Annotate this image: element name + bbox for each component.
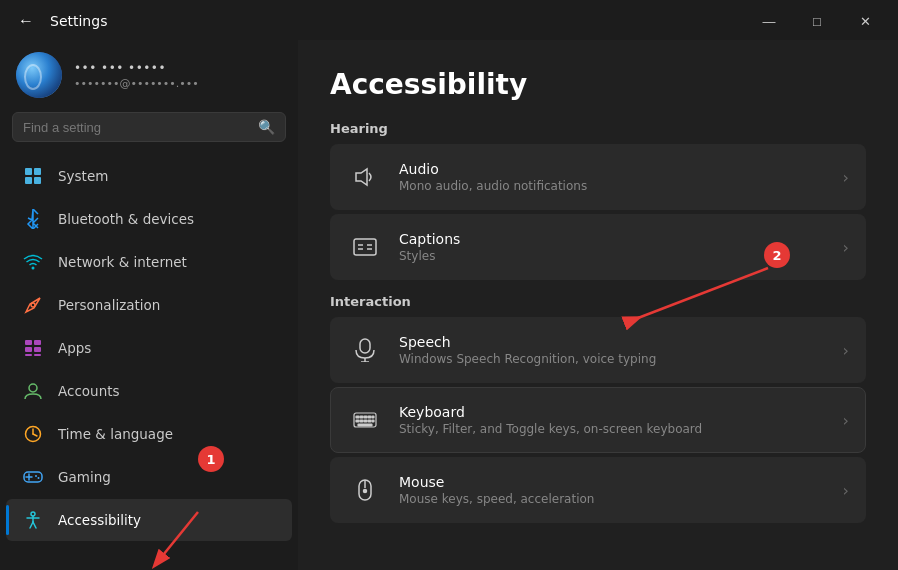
svg-line-17 <box>33 434 37 436</box>
sidebar-nav: System Bluetooth & devices <box>0 154 298 542</box>
minimize-button[interactable]: — <box>746 6 792 36</box>
settings-item-keyboard[interactable]: Keyboard Sticky, Filter, and Toggle keys… <box>330 387 866 453</box>
personalization-icon <box>22 294 44 316</box>
svg-rect-35 <box>360 339 370 353</box>
speech-icon <box>347 332 383 368</box>
svg-line-26 <box>30 522 33 528</box>
svg-rect-47 <box>368 420 371 422</box>
svg-rect-48 <box>372 420 374 422</box>
svg-point-7 <box>31 303 35 307</box>
sidebar-item-accessibility-label: Accessibility <box>58 512 141 528</box>
svg-rect-13 <box>34 354 41 356</box>
svg-point-22 <box>38 477 40 479</box>
search-icon: 🔍 <box>258 119 275 135</box>
accessibility-icon <box>22 509 44 531</box>
sidebar-item-time-label: Time & language <box>58 426 173 442</box>
svg-point-6 <box>32 267 35 270</box>
sidebar-item-gaming[interactable]: Gaming <box>6 456 292 498</box>
close-button[interactable]: ✕ <box>842 6 888 36</box>
sidebar-item-personalization-label: Personalization <box>58 297 160 313</box>
network-icon <box>22 251 44 273</box>
audio-desc: Mono audio, audio notifications <box>399 179 827 193</box>
speech-text: Speech Windows Speech Recognition, voice… <box>399 334 827 366</box>
svg-rect-39 <box>356 416 359 418</box>
sidebar-item-bluetooth[interactable]: Bluetooth & devices <box>6 198 292 240</box>
keyboard-desc: Sticky, Filter, and Toggle keys, on-scre… <box>399 422 827 436</box>
mouse-chevron: › <box>843 481 849 500</box>
svg-point-14 <box>29 384 37 392</box>
apps-icon <box>22 337 44 359</box>
titlebar-left: ← Settings <box>12 10 107 32</box>
svg-rect-9 <box>34 340 41 345</box>
mouse-icon <box>347 472 383 508</box>
sidebar-item-system[interactable]: System <box>6 155 292 197</box>
svg-rect-11 <box>34 347 41 352</box>
sidebar-item-accounts[interactable]: Accounts <box>6 370 292 412</box>
svg-rect-0 <box>25 168 32 175</box>
speech-title: Speech <box>399 334 827 350</box>
section-header-hearing: Hearing <box>330 121 866 136</box>
settings-item-audio[interactable]: Audio Mono audio, audio notifications › <box>330 144 866 210</box>
content-area: Accessibility Hearing Audio Mono audio, … <box>298 40 898 570</box>
captions-title: Captions <box>399 231 827 247</box>
keyboard-text: Keyboard Sticky, Filter, and Toggle keys… <box>399 404 827 436</box>
keyboard-icon <box>347 402 383 438</box>
accounts-icon <box>22 380 44 402</box>
audio-icon <box>347 159 383 195</box>
sidebar-item-accounts-label: Accounts <box>58 383 120 399</box>
maximize-button[interactable]: □ <box>794 6 840 36</box>
sidebar-item-gaming-label: Gaming <box>58 469 111 485</box>
gaming-icon <box>22 466 44 488</box>
settings-item-mouse[interactable]: Mouse Mouse keys, speed, acceleration › <box>330 457 866 523</box>
avatar-globe <box>16 52 62 98</box>
mouse-desc: Mouse keys, speed, acceleration <box>399 492 827 506</box>
system-icon <box>22 165 44 187</box>
titlebar: ← Settings — □ ✕ <box>0 0 898 40</box>
sidebar-item-time[interactable]: Time & language <box>6 413 292 455</box>
svg-rect-42 <box>368 416 371 418</box>
keyboard-title: Keyboard <box>399 404 827 420</box>
keyboard-chevron: › <box>843 411 849 430</box>
captions-text: Captions Styles <box>399 231 827 263</box>
sidebar-item-personalization[interactable]: Personalization <box>6 284 292 326</box>
user-section[interactable]: ••• ••• ••••• •••••••@•••••••.••• <box>0 40 298 112</box>
audio-chevron: › <box>843 168 849 187</box>
sidebar-item-bluetooth-label: Bluetooth & devices <box>58 211 194 227</box>
sidebar-item-accessibility[interactable]: Accessibility <box>6 499 292 541</box>
svg-rect-30 <box>354 239 376 255</box>
page-title: Accessibility <box>330 68 866 101</box>
settings-item-speech[interactable]: Speech Windows Speech Recognition, voice… <box>330 317 866 383</box>
speech-desc: Windows Speech Recognition, voice typing <box>399 352 827 366</box>
sidebar-item-system-label: System <box>58 168 108 184</box>
svg-rect-40 <box>360 416 363 418</box>
captions-desc: Styles <box>399 249 827 263</box>
svg-rect-46 <box>364 420 367 422</box>
bluetooth-icon <box>22 208 44 230</box>
section-header-interaction: Interaction <box>330 294 866 309</box>
speech-chevron: › <box>843 341 849 360</box>
sidebar: ••• ••• ••••• •••••••@•••••••.••• 🔍 <box>0 40 298 552</box>
svg-rect-10 <box>25 347 32 352</box>
sidebar-item-apps[interactable]: Apps <box>6 327 292 369</box>
captions-icon <box>347 229 383 265</box>
svg-rect-41 <box>364 416 367 418</box>
search-box[interactable]: 🔍 <box>12 112 286 142</box>
back-button[interactable]: ← <box>12 10 40 32</box>
mouse-title: Mouse <box>399 474 827 490</box>
sidebar-item-network[interactable]: Network & internet <box>6 241 292 283</box>
svg-rect-2 <box>25 177 32 184</box>
sidebar-wrapper: ••• ••• ••••• •••••••@•••••••.••• 🔍 <box>0 40 298 570</box>
audio-title: Audio <box>399 161 827 177</box>
window-controls: — □ ✕ <box>746 6 888 36</box>
svg-rect-44 <box>356 420 359 422</box>
svg-point-21 <box>35 475 37 477</box>
search-input[interactable] <box>23 120 250 135</box>
sidebar-item-network-label: Network & internet <box>58 254 187 270</box>
user-email: •••••••@•••••••.••• <box>74 77 199 90</box>
main-layout: ••• ••• ••••• •••••••@•••••••.••• 🔍 <box>0 40 898 570</box>
avatar <box>16 52 62 98</box>
svg-rect-12 <box>25 354 32 356</box>
settings-item-captions[interactable]: Captions Styles › <box>330 214 866 280</box>
svg-rect-3 <box>34 177 41 184</box>
app-title: Settings <box>50 13 107 29</box>
